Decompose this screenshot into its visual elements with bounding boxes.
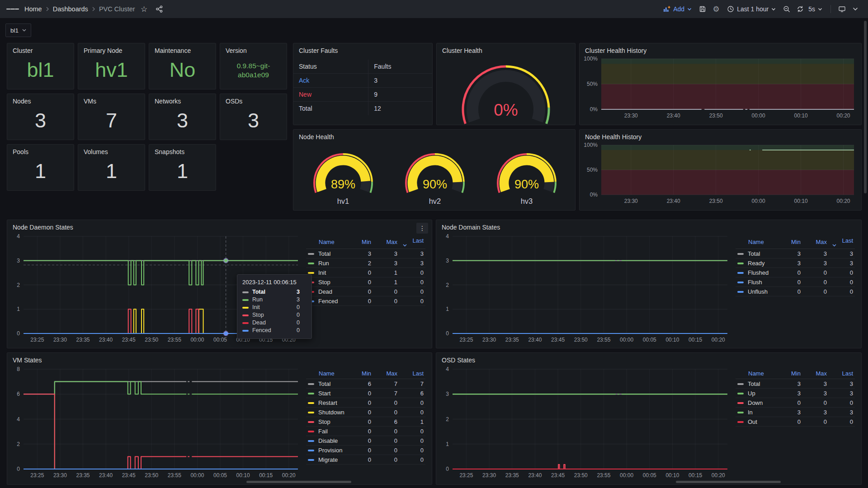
legend-row: Flushed000 [736, 268, 855, 277]
legend-col-min[interactable]: Min [776, 236, 802, 249]
legend-series-name[interactable]: Provision [306, 446, 347, 455]
breadcrumb-dashboards[interactable]: Dashboards [53, 5, 88, 13]
legend-max: 0 [373, 296, 399, 306]
svg-text:00:20: 00:20 [712, 472, 725, 479]
legend-col-min[interactable]: Min [347, 369, 373, 379]
legend-series-name[interactable]: Unflush [736, 287, 776, 296]
legend-last: 0 [829, 277, 855, 287]
legend-series-name[interactable]: Stop [306, 417, 347, 427]
cluster-health-history-plot[interactable]: 0%50%100%23:3023:4023:5000:0000:1000:20 [580, 43, 861, 125]
panel-title: Cluster Faults [299, 47, 338, 55]
legend-series-name[interactable]: Disable [306, 436, 347, 446]
legend-series-name[interactable]: Up [736, 389, 776, 398]
tooltip-series-name: Total [252, 288, 293, 296]
series-color-swatch [737, 402, 744, 404]
panel-title: Primary Node [84, 47, 123, 55]
breadcrumb-home[interactable]: Home [24, 5, 42, 13]
legend-col-name[interactable]: Name [736, 236, 776, 249]
svg-text:00:00: 00:00 [190, 472, 204, 479]
legend-series-name[interactable]: Total [736, 249, 776, 258]
svg-text:23:50: 23:50 [709, 113, 723, 119]
fault-status[interactable]: Total [293, 102, 368, 116]
legend-col-last[interactable]: Last [829, 369, 855, 379]
legend-series-name[interactable]: Shutdown [306, 408, 347, 417]
legend-col-last[interactable]: Last [829, 236, 855, 249]
legend-series-name[interactable]: Flushed [736, 268, 776, 277]
legend-series-name[interactable]: Total [306, 249, 347, 258]
legend-min: 0 [347, 389, 373, 398]
legend-series-name[interactable]: Dead [306, 287, 347, 296]
tooltip-row: Fenced0 [242, 327, 307, 334]
legend-series-name[interactable]: Migrate [306, 455, 347, 465]
svg-text:8: 8 [17, 366, 20, 372]
legend-series-name[interactable]: Stop [306, 277, 347, 287]
legend-series-name[interactable]: Fenced [306, 296, 347, 306]
legend-series-name[interactable]: Restart [306, 398, 347, 408]
legend-col-min[interactable]: Min [776, 369, 802, 379]
legend-col-name[interactable]: Name [306, 236, 347, 249]
node-health-history-plot[interactable]: 0%50%100%23:3023:4023:5000:0000:1000:20 [580, 130, 861, 210]
dashboard-settings-icon[interactable]: ⚙ [710, 3, 722, 15]
legend-col-max[interactable]: Max [373, 369, 399, 379]
legend-col-min[interactable]: Min [347, 236, 373, 249]
legend-col-max[interactable]: Max [802, 236, 829, 249]
svg-text:00:20: 00:20 [836, 198, 850, 204]
share-icon[interactable] [153, 3, 166, 15]
legend-table: NameMinMaxLastTotal333Up333Down000In333O… [736, 369, 855, 427]
legend-col-last[interactable]: Last [399, 369, 425, 379]
legend-scrollbar-thumb[interactable] [246, 481, 351, 483]
panel-menu-icon[interactable]: ⋮ [416, 223, 428, 234]
svg-text:23:50: 23:50 [574, 472, 588, 479]
legend-series-name[interactable]: Down [736, 398, 776, 408]
legend-col-max[interactable]: Max [373, 236, 399, 249]
add-button[interactable]: Add [659, 4, 695, 14]
series-color-swatch [308, 459, 314, 461]
legend-series-name[interactable]: Init [306, 268, 347, 277]
legend-min: 2 [347, 258, 373, 268]
series-label: Fail [318, 428, 328, 435]
legend-series-name[interactable]: Run [306, 258, 347, 268]
legend-row: Shutdown000 [306, 408, 425, 417]
legend-row: Restart000 [306, 398, 425, 408]
svg-text:0%: 0% [494, 101, 518, 119]
time-range-picker[interactable]: Last 1 hour [723, 4, 779, 14]
legend-series-name[interactable]: Flush [736, 277, 776, 287]
legend-col-last[interactable]: Last [399, 236, 425, 249]
legend-header-row: NameMinMaxLast [306, 236, 425, 249]
refresh-interval-picker[interactable]: 5s [807, 4, 826, 14]
tv-mode-icon[interactable] [835, 3, 848, 15]
legend-series-name[interactable]: Total [736, 379, 776, 389]
legend-series-name[interactable]: Ready [736, 258, 776, 268]
navbar-chevron-down-icon[interactable] [849, 3, 862, 15]
panel-cluster-faults: Cluster FaultsStatusFaultsAck3New9Total1… [293, 43, 433, 125]
legend-col-max[interactable]: Max [802, 369, 829, 379]
panel-title: Pools [13, 148, 28, 156]
legend-col-name[interactable]: Name [736, 369, 776, 379]
legend-min: 0 [347, 455, 373, 465]
legend-series-name[interactable]: Out [736, 417, 776, 427]
tooltip-series-name: Init [252, 304, 293, 311]
legend-series-name[interactable]: Start [306, 389, 347, 398]
svg-text:3: 3 [17, 258, 20, 264]
legend-scrollbar-thumb[interactable] [676, 481, 781, 483]
fault-status[interactable]: Ack [293, 74, 368, 88]
legend-col-name[interactable]: Name [306, 369, 347, 379]
legend-series-name[interactable]: Total [306, 379, 347, 389]
panel-stat-primary-node: Primary Nodehv1 [78, 43, 145, 89]
legend-series-name[interactable]: In [736, 408, 776, 417]
legend-min: 3 [776, 258, 802, 268]
legend-row: Migrate000 [306, 455, 425, 465]
zoom-out-time-icon[interactable] [780, 3, 793, 15]
legend-last: 3 [829, 389, 855, 398]
fault-status[interactable]: New [293, 88, 368, 102]
chevron-down-icon [771, 8, 776, 11]
legend-series-name[interactable]: Fail [306, 427, 347, 436]
menu-toggle-icon[interactable] [6, 3, 19, 15]
panel-stat-pools: Pools1 [7, 144, 74, 191]
star-icon[interactable]: ☆ [138, 3, 151, 15]
save-dashboard-icon[interactable] [696, 3, 709, 15]
variable-selector-bl1[interactable]: bl1 [5, 23, 31, 37]
page-scrollbar-thumb[interactable] [864, 21, 867, 193]
legend-max: 6 [373, 417, 399, 427]
refresh-icon[interactable] [794, 3, 807, 15]
